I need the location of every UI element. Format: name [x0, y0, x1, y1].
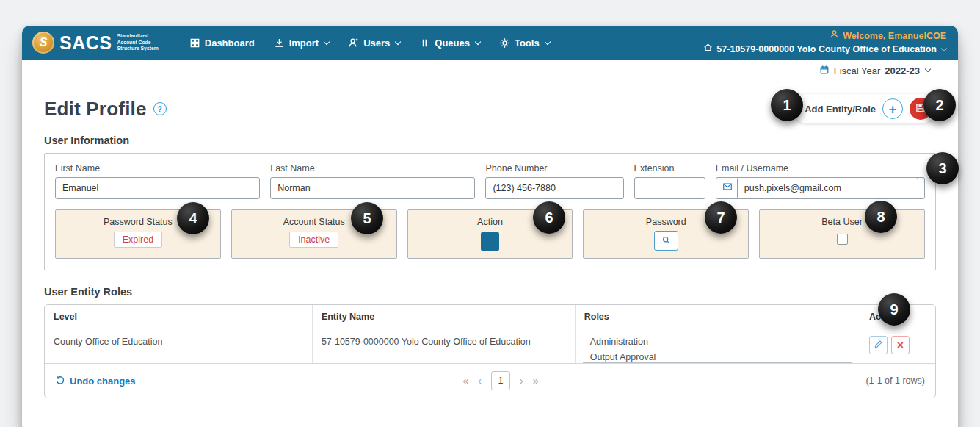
- import-download-icon: [274, 37, 285, 49]
- mail-icon: [722, 182, 733, 195]
- email-label: Email / Username: [716, 163, 925, 173]
- password-search-button[interactable]: [654, 231, 678, 251]
- fiscal-year-label: Fiscal Year: [834, 65, 881, 76]
- home-icon: [703, 43, 713, 56]
- column-header-level: Level: [45, 305, 312, 329]
- first-name-input[interactable]: [55, 177, 260, 199]
- row-level-cell: County Office of Education: [45, 329, 312, 363]
- callout-badge-6: 6: [533, 201, 565, 234]
- nav-menu: Dashboard Import Users Queues: [189, 37, 550, 49]
- table-row: County Office of Education 57-10579-0000…: [45, 329, 935, 364]
- welcome-user-menu[interactable]: Welcome, EmanuelCOE: [703, 29, 946, 43]
- user-fields-row: First Name Last Name Phone Number Extens…: [55, 163, 925, 199]
- sacs-coin-icon: S: [32, 32, 54, 54]
- help-icon[interactable]: ?: [153, 102, 167, 115]
- chevron-down-icon: [941, 46, 947, 51]
- pagination-page-1[interactable]: 1: [491, 371, 510, 390]
- phone-label: Phone Number: [485, 163, 623, 173]
- calendar-icon: [819, 65, 830, 77]
- top-navbar: S SACS Standardized Account Code Structu…: [22, 26, 958, 60]
- last-name-label: Last Name: [270, 163, 475, 173]
- pagination-first-button[interactable]: «: [463, 375, 469, 387]
- phone-field-group: Phone Number: [485, 163, 623, 199]
- brand-acronym: SACS: [59, 34, 112, 52]
- chevron-down-icon: [395, 38, 401, 44]
- entity-selector[interactable]: 57-10579-0000000 Yolo County Office of E…: [703, 43, 946, 56]
- last-name-field-group: Last Name: [270, 163, 475, 199]
- callout-badge-4: 4: [177, 202, 209, 234]
- password-status-label: Password Status: [104, 217, 173, 227]
- extension-input[interactable]: [634, 177, 705, 199]
- beta-user-box: Beta User: [759, 209, 925, 259]
- undo-icon: [55, 375, 65, 387]
- email-field-group: Email / Username: [716, 163, 925, 199]
- table-header-row: Level Entity Name Roles Actions: [45, 305, 935, 329]
- callout-badge-5: 5: [351, 202, 383, 234]
- callout-badge-2: 2: [923, 89, 956, 121]
- role-item[interactable]: Output Approval: [583, 349, 852, 363]
- password-status-badge: Expired: [114, 232, 162, 248]
- nav-user-area: Welcome, EmanuelCOE 57-10579-0000000 Yol…: [703, 29, 946, 56]
- chevron-down-icon[interactable]: [925, 66, 931, 72]
- row-actions-cell: ×: [860, 329, 935, 363]
- action-toggle[interactable]: [481, 232, 499, 251]
- row-roles-cell: Administration Output Approval: [575, 329, 860, 363]
- callout-badge-7: 7: [705, 201, 737, 234]
- chevron-down-icon: [544, 38, 550, 44]
- extension-label: Extension: [634, 163, 705, 173]
- pagination: « ‹ 1 › »: [463, 371, 539, 390]
- add-entity-role-label[interactable]: Add Entity/Role: [805, 104, 876, 115]
- user-information-heading: User Information: [44, 134, 936, 146]
- extension-field-group: Extension: [634, 163, 705, 199]
- beta-user-label: Beta User: [821, 217, 863, 227]
- row-count-label: (1-1 of 1 rows): [865, 376, 925, 386]
- pencil-icon: [874, 340, 883, 351]
- callout-badge-8: 8: [865, 201, 897, 233]
- add-entity-role-button[interactable]: +: [882, 98, 903, 119]
- brand-tagline: Standardized Account Code Structure Syst…: [117, 33, 158, 51]
- fiscal-year-bar: Fiscal Year 2022-23: [22, 60, 958, 82]
- first-name-field-group: First Name: [55, 163, 260, 199]
- column-header-entity-name: Entity Name: [312, 305, 575, 329]
- undo-changes-link[interactable]: Undo changes: [55, 375, 136, 387]
- beta-user-checkbox[interactable]: [837, 234, 848, 245]
- fiscal-year-value: 2022-23: [885, 65, 920, 76]
- row-entity-name-cell: 57-10579-0000000 Yolo County Office of E…: [312, 329, 575, 363]
- user-icon: [830, 29, 839, 43]
- edit-role-button[interactable]: [869, 336, 888, 354]
- app-window: S SACS Standardized Account Code Structu…: [22, 26, 958, 427]
- phone-input[interactable]: [485, 177, 623, 199]
- nav-item-dashboard[interactable]: Dashboard: [189, 37, 255, 49]
- account-status-label: Account Status: [283, 217, 345, 227]
- callout-badge-3: 3: [926, 152, 959, 184]
- table-footer: Undo changes « ‹ 1 › » (1-1 of 1 rows): [45, 364, 935, 398]
- email-input[interactable]: [737, 177, 918, 199]
- password-label: Password: [646, 217, 686, 227]
- pagination-prev-button[interactable]: ‹: [478, 375, 482, 387]
- sacs-logo[interactable]: S SACS Standardized Account Code Structu…: [32, 32, 159, 54]
- nav-item-users[interactable]: Users: [348, 37, 400, 49]
- last-name-input[interactable]: [270, 177, 475, 199]
- queues-bars-icon: [419, 37, 430, 49]
- nav-item-tools[interactable]: Tools: [499, 37, 550, 49]
- user-entity-roles-heading: User Entity Roles: [44, 286, 936, 298]
- chevron-down-icon: [324, 38, 330, 44]
- callout-badge-9: 9: [878, 293, 910, 326]
- pagination-next-button[interactable]: ›: [520, 375, 523, 387]
- roles-list[interactable]: Administration Output Approval: [583, 334, 852, 363]
- callout-badge-1: 1: [771, 89, 803, 121]
- pagination-last-button[interactable]: »: [533, 375, 539, 387]
- search-icon: [661, 235, 671, 247]
- user-entity-roles-table: Level Entity Name Roles Actions County O…: [44, 304, 936, 398]
- main-content: Edit Profile ? Add Entity/Role + User In…: [22, 82, 958, 398]
- dashboard-grid-icon: [189, 37, 200, 49]
- delete-role-button[interactable]: ×: [891, 336, 910, 354]
- account-status-badge: Inactive: [289, 232, 338, 248]
- entity-role-toolbar: Add Entity/Role +: [793, 94, 936, 123]
- nav-item-queues[interactable]: Queues: [419, 37, 480, 49]
- column-header-roles: Roles: [575, 305, 860, 329]
- nav-item-import[interactable]: Import: [274, 37, 329, 49]
- role-item[interactable]: Administration: [583, 334, 852, 349]
- action-label: Action: [477, 217, 503, 227]
- chevron-down-icon: [475, 38, 481, 44]
